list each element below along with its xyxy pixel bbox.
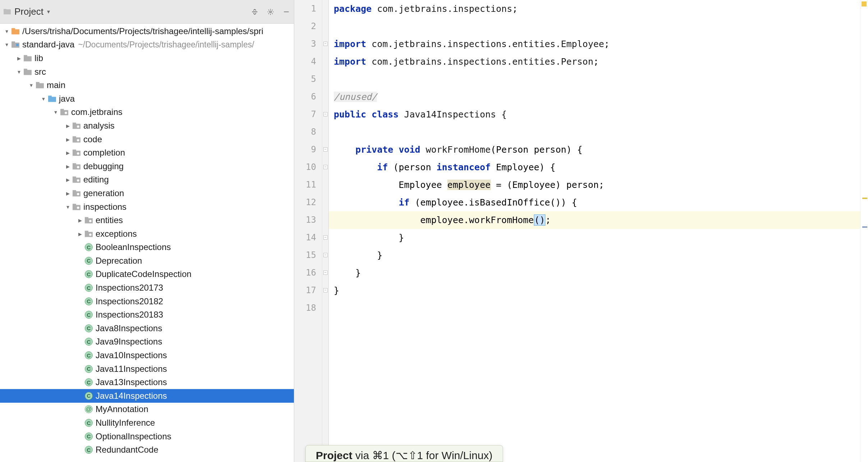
tree-item[interactable]: CJava10Inspections bbox=[0, 348, 294, 362]
tree-item[interactable]: lib bbox=[0, 51, 294, 65]
tree-arrow-icon[interactable] bbox=[4, 41, 10, 48]
tree-item[interactable]: CInspections20182 bbox=[0, 295, 294, 308]
code-line[interactable]: if (person instanceof Employee) { bbox=[329, 158, 860, 176]
tree-item[interactable]: CDeprecation bbox=[0, 254, 294, 268]
tree-arrow-icon[interactable] bbox=[65, 190, 71, 197]
tree-arrow-icon[interactable] bbox=[40, 96, 47, 102]
code-line[interactable]: } bbox=[329, 246, 860, 264]
tree-arrow-icon[interactable] bbox=[52, 109, 59, 115]
tree-arrow-icon[interactable] bbox=[65, 136, 71, 143]
line-number[interactable]: 15 bbox=[294, 246, 316, 264]
tree-item[interactable]: main bbox=[0, 78, 294, 92]
code-line[interactable]: } bbox=[329, 229, 860, 246]
tree-arrow-icon[interactable] bbox=[16, 69, 22, 75]
code-line[interactable]: Employee employee = (Employee) person; bbox=[329, 176, 860, 194]
tree-item[interactable]: inspections bbox=[0, 200, 294, 214]
fold-close-icon[interactable]: − bbox=[323, 271, 328, 275]
line-number[interactable]: 14 bbox=[294, 229, 316, 246]
tree-arrow-icon[interactable] bbox=[65, 204, 71, 210]
code-line[interactable]: } bbox=[329, 282, 860, 299]
tree-arrow-icon[interactable] bbox=[77, 217, 83, 223]
tree-item[interactable]: CJava14Inspections bbox=[0, 389, 294, 403]
code-line[interactable] bbox=[329, 123, 860, 141]
tree-item[interactable]: @MyAnnotation bbox=[0, 403, 294, 416]
code-line[interactable]: employee.workFromHome(); bbox=[329, 211, 860, 229]
line-number[interactable]: 7 bbox=[294, 106, 316, 123]
line-number[interactable]: 10 bbox=[294, 158, 316, 176]
code-line[interactable]: import com.jetbrains.inspections.entitie… bbox=[329, 35, 860, 53]
tree-item[interactable]: CJava8Inspections bbox=[0, 322, 294, 335]
line-number[interactable]: 11 bbox=[294, 176, 316, 194]
tree-item[interactable]: editing bbox=[0, 173, 294, 187]
fold-open-icon[interactable]: − bbox=[323, 165, 328, 169]
code-line[interactable]: public class Java14Inspections { bbox=[329, 106, 860, 123]
code-line[interactable]: package com.jetbrains.inspections; bbox=[329, 0, 860, 18]
analysis-status-icon[interactable] bbox=[862, 1, 867, 6]
tree-item[interactable]: CDuplicateCodeInspection bbox=[0, 268, 294, 281]
tree-item[interactable]: exceptions bbox=[0, 227, 294, 241]
tree-item[interactable]: CJava11Inspections bbox=[0, 362, 294, 376]
line-number[interactable]: 16 bbox=[294, 264, 316, 282]
code-area[interactable]: package com.jetbrains.inspections;import… bbox=[329, 0, 860, 462]
tree-item[interactable]: src bbox=[0, 65, 294, 79]
line-number[interactable]: 13 bbox=[294, 211, 316, 229]
code-line[interactable] bbox=[329, 299, 860, 317]
line-number[interactable]: 9 bbox=[294, 141, 316, 158]
fold-open-icon[interactable]: − bbox=[323, 112, 328, 116]
tree-item[interactable]: com.jetbrains bbox=[0, 106, 294, 119]
stripe-mark[interactable] bbox=[862, 198, 867, 199]
line-number[interactable]: 4 bbox=[294, 53, 316, 70]
fold-close-icon[interactable]: − bbox=[323, 288, 328, 292]
fold-open-icon[interactable]: − bbox=[323, 42, 328, 46]
tree-arrow-icon[interactable] bbox=[28, 82, 34, 88]
tree-item[interactable]: CInspections20173 bbox=[0, 281, 294, 295]
tree-arrow-icon[interactable] bbox=[65, 149, 71, 156]
tree-item[interactable]: analysis bbox=[0, 119, 294, 133]
tree-arrow-icon[interactable] bbox=[77, 231, 83, 237]
tree-item[interactable]: COptionalInspections bbox=[0, 430, 294, 443]
tree-item[interactable]: CRedundantCode bbox=[0, 443, 294, 457]
line-number[interactable]: 12 bbox=[294, 194, 316, 211]
tree-arrow-icon[interactable] bbox=[65, 163, 71, 170]
scroll-from-source-icon[interactable] bbox=[251, 8, 259, 16]
tree-item[interactable]: CNullityInference bbox=[0, 416, 294, 430]
tree-item[interactable]: generation bbox=[0, 186, 294, 200]
line-number[interactable]: 2 bbox=[294, 18, 316, 35]
line-number[interactable]: 1 bbox=[294, 0, 316, 18]
error-stripe[interactable] bbox=[860, 0, 868, 462]
line-number-gutter[interactable]: 123456789101112131415161718 bbox=[294, 0, 322, 462]
tree-item[interactable]: java bbox=[0, 92, 294, 106]
tree-item[interactable]: CInspections20183 bbox=[0, 308, 294, 322]
dropdown-arrow-icon[interactable]: ▾ bbox=[47, 8, 50, 15]
fold-gutter[interactable]: −−−−−−−− bbox=[322, 0, 329, 462]
fold-close-icon[interactable]: − bbox=[323, 253, 328, 257]
gear-icon[interactable] bbox=[267, 8, 274, 16]
code-line[interactable] bbox=[329, 70, 860, 88]
fold-open-icon[interactable]: − bbox=[323, 147, 328, 152]
tree-arrow-icon[interactable] bbox=[65, 123, 71, 129]
code-line[interactable]: import com.jetbrains.inspections.entitie… bbox=[329, 53, 860, 70]
tree-item[interactable]: CJava9Inspections bbox=[0, 335, 294, 349]
tree-arrow-icon[interactable] bbox=[4, 28, 10, 34]
code-line[interactable]: if (employee.isBasedInOffice()) { bbox=[329, 194, 860, 211]
line-number[interactable]: 17 bbox=[294, 282, 316, 299]
code-line[interactable]: /unused/ bbox=[329, 88, 860, 106]
tree-item[interactable]: CBooleanInspections bbox=[0, 241, 294, 254]
stripe-mark[interactable] bbox=[862, 226, 867, 228]
line-number[interactable]: 8 bbox=[294, 123, 316, 141]
minimize-icon[interactable] bbox=[282, 8, 290, 16]
tree-arrow-icon[interactable] bbox=[65, 176, 71, 183]
project-tree[interactable]: /Users/trisha/Documents/Projects/trishag… bbox=[0, 24, 294, 462]
line-number[interactable]: 5 bbox=[294, 70, 316, 88]
tree-item[interactable]: entities bbox=[0, 213, 294, 227]
line-number[interactable]: 6 bbox=[294, 88, 316, 106]
code-line[interactable]: private void workFromHome(Person person)… bbox=[329, 141, 860, 158]
line-number[interactable]: 18 bbox=[294, 299, 316, 317]
tree-item[interactable]: /Users/trisha/Documents/Projects/trishag… bbox=[0, 24, 294, 38]
line-number[interactable]: 3 bbox=[294, 35, 316, 53]
tree-item[interactable]: CJava13Inspections bbox=[0, 375, 294, 389]
tree-item[interactable]: code bbox=[0, 133, 294, 146]
code-line[interactable] bbox=[329, 18, 860, 35]
tree-item[interactable]: debugging bbox=[0, 160, 294, 173]
tree-item[interactable]: standard-java~/Documents/Projects/trisha… bbox=[0, 38, 294, 52]
